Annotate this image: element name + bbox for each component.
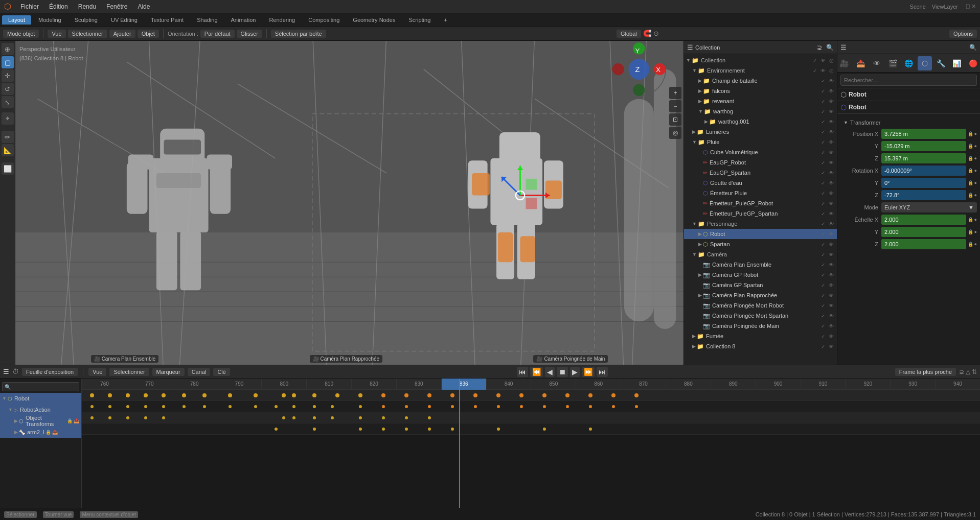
outliner-item-camera-plan-rapprochee[interactable]: ▶ 📷 Caméra Plan Rapprochée ✓ 👁 bbox=[684, 290, 837, 300]
vis-render-icon[interactable]: ✓ bbox=[811, 58, 818, 63]
vis-render[interactable]: ✓ bbox=[819, 334, 827, 339]
vis-eye[interactable]: 👁 bbox=[828, 160, 835, 166]
step-back-btn[interactable]: ⏪ bbox=[530, 367, 543, 377]
perspective-toggle-btn[interactable]: ⊡ bbox=[669, 113, 681, 126]
vis-render[interactable]: ✓ bbox=[819, 139, 827, 145]
timeline-track-arm2l[interactable]: ▶ 🦴 arm2_l 🔒 📤 bbox=[0, 427, 81, 438]
scale-y-field[interactable]: 2.000 bbox=[881, 227, 966, 237]
timeline-track-transforms[interactable]: ▶ ⬡ Object Transforms 🔒 📤 bbox=[0, 415, 81, 427]
outliner-item-camera-collection[interactable]: ▼ 📁 Caméra ✓ 👁 bbox=[684, 249, 837, 259]
position-x-field[interactable]: 3.7258 m bbox=[881, 129, 966, 139]
outliner-item-spartan[interactable]: ▶ ⬡ Spartan ✓ 👁 bbox=[684, 239, 837, 249]
tab-scripting[interactable]: Scripting bbox=[402, 15, 437, 25]
viewport[interactable]: Z X Y Perspective Utilisateur (836) Coll… bbox=[15, 41, 683, 365]
outliner-item-cube-volumetrique[interactable]: ▶ ⬡ Cube Volumétrique ✓ 👁 bbox=[684, 147, 837, 157]
animate-ry-icon[interactable]: ● bbox=[974, 180, 977, 185]
properties-search-input[interactable] bbox=[840, 75, 977, 86]
vis-render[interactable]: ✓ bbox=[819, 272, 827, 278]
animate-sz-icon[interactable]: ● bbox=[974, 242, 977, 247]
prop-view-btn[interactable]: 👁 bbox=[870, 56, 883, 70]
outliner-item-fumee[interactable]: ▶ 📁 Fumée ✓ 👁 bbox=[684, 331, 837, 341]
vis-render[interactable]: ✓ bbox=[819, 303, 827, 309]
outliner-item-emetteur-pluie[interactable]: ▶ ⬡ Émetteur Pluie ✓ 👁 bbox=[684, 188, 837, 198]
vis-render[interactable]: ✓ bbox=[819, 282, 827, 288]
scale-z-field[interactable]: 2.000 bbox=[881, 239, 966, 249]
local-view-btn[interactable]: ◎ bbox=[669, 127, 681, 139]
vis-render[interactable]: ✓ bbox=[819, 252, 827, 257]
vis-render[interactable]: ✓ bbox=[819, 180, 827, 186]
timeline-select-btn[interactable]: Sélectionner bbox=[109, 368, 149, 376]
prop-data-btn[interactable]: 📊 bbox=[950, 56, 964, 70]
vis-eye[interactable]: 👁 bbox=[828, 344, 835, 349]
vis-eye[interactable]: 👁 bbox=[828, 272, 835, 278]
add-menu[interactable]: Ajouter bbox=[109, 30, 135, 38]
outliner-search-icon[interactable]: 🔍 bbox=[826, 44, 834, 51]
vis-eye[interactable]: 👁 bbox=[828, 262, 835, 268]
outliner-item-environnement[interactable]: ▼ 📁 Environnement ✓ 👁 ◎ bbox=[684, 65, 837, 76]
mode-select-field[interactable]: Euler XYZ ▼ bbox=[881, 202, 977, 212]
menu-fenetre[interactable]: Fenêtre bbox=[102, 2, 131, 11]
position-z-field[interactable]: 15.397 m bbox=[881, 153, 966, 163]
snap-mode[interactable]: Sélection par boîte bbox=[271, 30, 326, 38]
animate-icon[interactable]: ● bbox=[974, 131, 977, 136]
cursor-tool[interactable]: ⊕ bbox=[2, 43, 14, 55]
vis-eye[interactable]: 👁 bbox=[828, 303, 835, 309]
outliner-item-warthog[interactable]: ▼ 📁 warthog ✓ 👁 bbox=[684, 106, 837, 116]
outliner-item-pluie[interactable]: ▼ 📁 Pluie ✓ 👁 bbox=[684, 137, 837, 147]
transform-toggle[interactable]: ▼ Transformer bbox=[840, 117, 977, 128]
outliner-item-personnage[interactable]: ▼ 📁 Personnage ✓ 👁 bbox=[684, 219, 837, 229]
vis-cursor[interactable]: ◎ bbox=[828, 68, 835, 74]
vis-eye[interactable]: 👁 bbox=[828, 313, 835, 319]
zoom-out-btn[interactable]: − bbox=[669, 100, 681, 112]
animate-y-icon[interactable]: ● bbox=[974, 144, 977, 149]
tab-compositing[interactable]: Compositing bbox=[302, 15, 346, 25]
outliner-item-camera-poingnee[interactable]: ▶ 📷 Caméra Poingnée de Main ✓ 👁 bbox=[684, 321, 837, 331]
vis-render[interactable]: ✓ bbox=[819, 262, 827, 268]
vis-render[interactable]: ✓ bbox=[819, 88, 827, 94]
vis-render[interactable]: ✓ bbox=[819, 211, 827, 217]
menu-fichier[interactable]: Fichier bbox=[16, 2, 43, 11]
menu-edition[interactable]: Édition bbox=[45, 2, 72, 11]
vis-eye[interactable]: 👁 bbox=[828, 88, 835, 94]
vis-eye[interactable]: 👁 bbox=[828, 293, 835, 298]
vis-eye[interactable]: 👁 bbox=[828, 180, 835, 186]
tab-shading[interactable]: Shading bbox=[191, 15, 223, 25]
outliner-item-eaugp-robot[interactable]: ▶ ✏ EauGP_Robot ✓ 👁 bbox=[684, 157, 837, 168]
animate-rx-icon[interactable]: ● bbox=[974, 168, 977, 173]
play-btn[interactable]: ▶ bbox=[570, 367, 580, 377]
vis-render[interactable]: ✓ bbox=[819, 119, 827, 125]
vis-render[interactable]: ✓ bbox=[819, 293, 827, 298]
outliner-item-champ[interactable]: ▶ 📁 Champ de bataille ✓ 👁 bbox=[684, 76, 837, 86]
vis-eye[interactable]: 👁 bbox=[828, 191, 835, 196]
tab-animation[interactable]: Animation bbox=[225, 15, 262, 25]
prop-render-btn[interactable]: 🎥 bbox=[837, 56, 851, 70]
outliner-item-goutte[interactable]: ▶ ⬡ Goutte d'eau ✓ 👁 bbox=[684, 178, 837, 188]
outliner-item-emetteur-gp-spartan[interactable]: ▶ ✏ Émetteur_PuieGP_Spartan ✓ 👁 bbox=[684, 208, 837, 219]
animate-sy-icon[interactable]: ● bbox=[974, 229, 977, 234]
prop-modifier-btn[interactable]: 🔧 bbox=[934, 56, 948, 70]
filter-icon[interactable]: ⊋ bbox=[959, 368, 964, 375]
timeline-track-robot[interactable]: ▼ ⬡ Robot bbox=[0, 393, 81, 404]
magnet-icon[interactable]: 🧲 bbox=[643, 30, 651, 37]
lock-y-icon[interactable]: 🔒 bbox=[968, 144, 973, 149]
outliner-item-robot[interactable]: ▶ ⬡ Robot ✓ 👁 bbox=[684, 229, 837, 239]
prop-output-btn[interactable]: 📤 bbox=[853, 56, 867, 70]
prop-object-btn[interactable]: ⬡ bbox=[918, 56, 931, 70]
lock-sx-icon[interactable]: 🔒 bbox=[968, 217, 973, 222]
scale-x-field[interactable]: 2.000 bbox=[881, 215, 966, 225]
timeline-key-btn[interactable]: Clé bbox=[213, 368, 230, 376]
vis-render[interactable]: ✓ bbox=[819, 150, 827, 155]
tab-add[interactable]: + bbox=[438, 15, 453, 25]
vis-render[interactable]: ✓ bbox=[819, 109, 827, 114]
timeline-view-btn[interactable]: Vue bbox=[88, 368, 106, 376]
stop-btn[interactable]: ⏹ bbox=[557, 367, 568, 377]
lock-ry-icon[interactable]: 🔒 bbox=[968, 180, 973, 185]
vis-eye[interactable]: 👁 bbox=[828, 139, 835, 145]
triangle-filter-icon[interactable]: △ bbox=[966, 368, 970, 375]
vis-render[interactable]: ✓ bbox=[819, 323, 827, 329]
tab-layout[interactable]: Layout bbox=[2, 15, 31, 25]
view-menu[interactable]: Vue bbox=[48, 30, 65, 38]
timeline-marker-btn[interactable]: Marqueur bbox=[152, 368, 185, 376]
transform-global[interactable]: Global bbox=[617, 30, 641, 38]
lock-rx-icon[interactable]: 🔒 bbox=[968, 168, 973, 173]
